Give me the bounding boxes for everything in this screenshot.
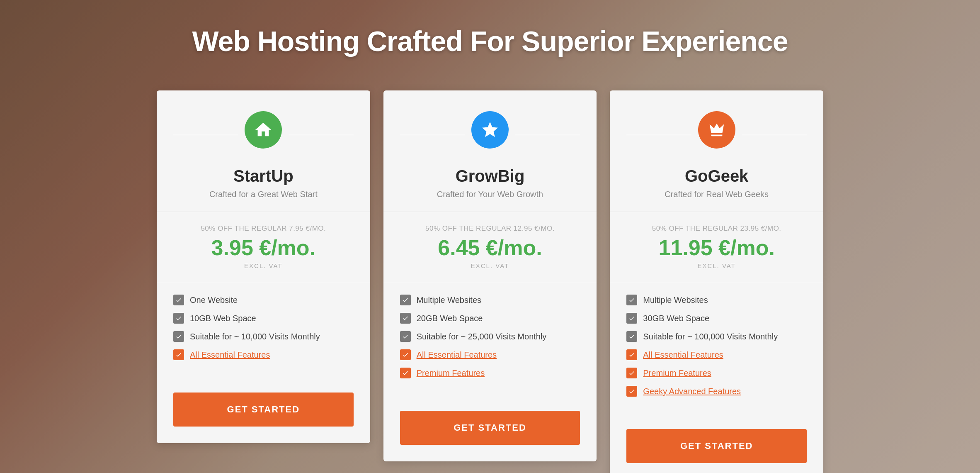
crown-icon <box>707 120 726 139</box>
gogeek-get-started-button[interactable]: GET STARTED <box>626 429 807 463</box>
feature-text: 20GB Web Space <box>417 314 483 323</box>
list-item: 20GB Web Space <box>400 313 580 324</box>
pricing-cards: StartUp Crafted for a Great Web Start 50… <box>117 90 863 473</box>
list-item: Geeky Advanced Features <box>626 386 807 397</box>
growbig-excl-vat: EXCL. VAT <box>400 262 580 269</box>
list-item: Multiple Websites <box>626 295 807 305</box>
list-item: Premium Features <box>626 368 807 378</box>
growbig-sale-price: 6.45 €/mo. <box>400 236 580 260</box>
startup-tagline: Crafted for a Great Web Start <box>173 190 354 199</box>
startup-excl-vat: EXCL. VAT <box>173 262 354 269</box>
check-icon <box>400 331 411 342</box>
growbig-header: GrowBig Crafted for Your Web Growth <box>383 90 597 212</box>
check-icon <box>626 295 637 305</box>
growbig-get-started-button[interactable]: GET STARTED <box>400 411 580 445</box>
list-item: 30GB Web Space <box>626 313 807 324</box>
icon-line-left <box>173 135 238 135</box>
gogeek-card: GoGeek Crafted for Real Web Geeks 50% OF… <box>610 90 823 473</box>
icon-line-left <box>400 135 465 135</box>
feature-text: Suitable for ~ 100,000 Visits Monthly <box>643 332 778 341</box>
growbig-icon-row <box>400 111 580 158</box>
gogeek-tagline: Crafted for Real Web Geeks <box>626 190 807 199</box>
list-item: All Essential Features <box>173 349 354 360</box>
check-icon <box>626 368 637 378</box>
essential-features-link[interactable]: All Essential Features <box>643 350 723 360</box>
premium-features-link[interactable]: Premium Features <box>643 368 711 378</box>
essential-features-link[interactable]: All Essential Features <box>417 350 497 360</box>
check-icon <box>400 349 411 360</box>
check-icon <box>173 331 184 342</box>
page-content: Web Hosting Crafted For Superior Experie… <box>0 0 980 473</box>
gogeek-icon-circle <box>698 111 735 149</box>
startup-features: One Website 10GB Web Space Suitable for … <box>157 282 370 380</box>
check-icon <box>626 349 637 360</box>
check-icon <box>400 295 411 305</box>
startup-pricing: 50% OFF THE REGULAR 7.95 €/MO. 3.95 €/mo… <box>157 212 370 282</box>
feature-text: 30GB Web Space <box>643 314 709 323</box>
startup-regular-price: 50% OFF THE REGULAR 7.95 €/MO. <box>173 224 354 233</box>
startup-plan-name: StartUp <box>173 167 354 185</box>
startup-footer: GET STARTED <box>157 380 370 443</box>
list-item: All Essential Features <box>400 349 580 360</box>
growbig-footer: GET STARTED <box>383 398 597 461</box>
startup-get-started-button[interactable]: GET STARTED <box>173 393 354 427</box>
list-item: One Website <box>173 295 354 305</box>
list-item: Premium Features <box>400 368 580 378</box>
list-item: Suitable for ~ 25,000 Visits Monthly <box>400 331 580 342</box>
feature-text: 10GB Web Space <box>190 314 256 323</box>
growbig-tagline: Crafted for Your Web Growth <box>400 190 580 199</box>
gogeek-regular-price: 50% OFF THE REGULAR 23.95 €/MO. <box>626 224 807 233</box>
check-icon <box>626 386 637 397</box>
growbig-pricing: 50% OFF THE REGULAR 12.95 €/MO. 6.45 €/m… <box>383 212 597 282</box>
gogeek-features: Multiple Websites 30GB Web Space Suitabl… <box>610 282 823 417</box>
growbig-plan-name: GrowBig <box>400 167 580 185</box>
list-item: Suitable for ~ 100,000 Visits Monthly <box>626 331 807 342</box>
startup-header: StartUp Crafted for a Great Web Start <box>157 90 370 212</box>
feature-text: Multiple Websites <box>643 295 708 305</box>
gogeek-excl-vat: EXCL. VAT <box>626 262 807 269</box>
list-item: All Essential Features <box>626 349 807 360</box>
gogeek-plan-name: GoGeek <box>626 167 807 185</box>
gogeek-sale-price: 11.95 €/mo. <box>626 236 807 260</box>
startup-icon-row <box>173 111 354 158</box>
gogeek-footer: GET STARTED <box>610 417 823 473</box>
check-icon <box>173 349 184 360</box>
check-icon <box>400 313 411 324</box>
icon-line-right <box>742 135 807 135</box>
page-title: Web Hosting Crafted For Superior Experie… <box>192 25 788 57</box>
startup-sale-price: 3.95 €/mo. <box>173 236 354 260</box>
feature-text: One Website <box>190 295 238 305</box>
list-item: 10GB Web Space <box>173 313 354 324</box>
icon-line-right <box>289 135 353 135</box>
check-icon <box>626 313 637 324</box>
gogeek-pricing: 50% OFF THE REGULAR 23.95 €/MO. 11.95 €/… <box>610 212 823 282</box>
growbig-features: Multiple Websites 20GB Web Space Suitabl… <box>383 282 597 398</box>
list-item: Suitable for ~ 10,000 Visits Monthly <box>173 331 354 342</box>
house-icon <box>254 120 273 139</box>
check-icon <box>626 331 637 342</box>
startup-card: StartUp Crafted for a Great Web Start 50… <box>157 90 370 443</box>
feature-text: Suitable for ~ 25,000 Visits Monthly <box>417 332 547 341</box>
growbig-card: GrowBig Crafted for Your Web Growth 50% … <box>383 90 597 461</box>
geeky-advanced-features-link[interactable]: Geeky Advanced Features <box>643 387 741 396</box>
feature-text: Multiple Websites <box>417 295 481 305</box>
growbig-regular-price: 50% OFF THE REGULAR 12.95 €/MO. <box>400 224 580 233</box>
check-icon <box>173 295 184 305</box>
essential-features-link[interactable]: All Essential Features <box>190 350 270 360</box>
gogeek-icon-row <box>626 111 807 158</box>
feature-text: Suitable for ~ 10,000 Visits Monthly <box>190 332 320 341</box>
list-item: Multiple Websites <box>400 295 580 305</box>
check-icon <box>173 313 184 324</box>
growbig-icon-circle <box>471 111 509 149</box>
star-icon <box>480 120 500 139</box>
gogeek-header: GoGeek Crafted for Real Web Geeks <box>610 90 823 212</box>
check-icon <box>400 368 411 378</box>
startup-icon-circle <box>245 111 282 149</box>
icon-line-left <box>626 135 691 135</box>
premium-features-link[interactable]: Premium Features <box>417 368 485 378</box>
icon-line-right <box>515 135 580 135</box>
